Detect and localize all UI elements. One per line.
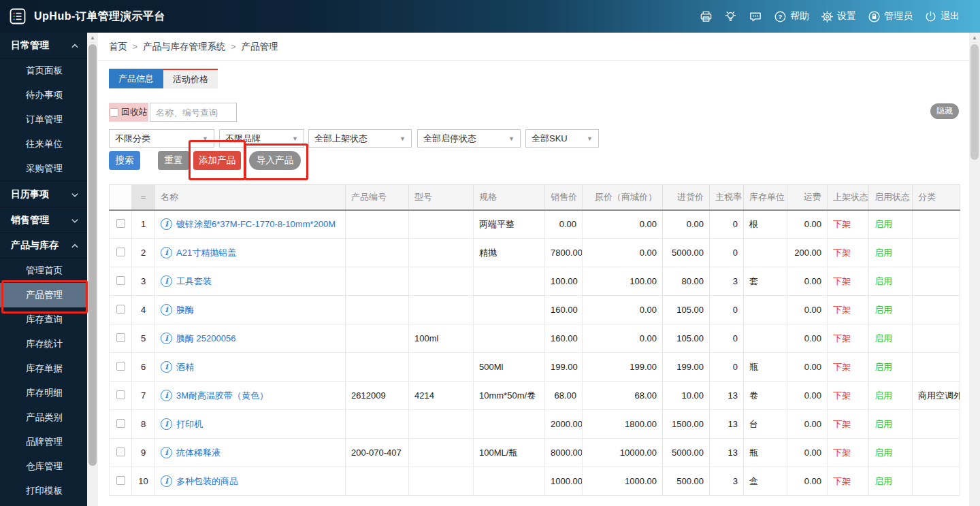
info-icon[interactable]: i (161, 333, 172, 344)
sidebar-scrollbar[interactable]: ▲ (87, 33, 98, 506)
scrollbar-up-arrow-icon[interactable]: ▲ (969, 33, 980, 43)
filter-dropdown-2[interactable]: 全部上架状态▼ (308, 129, 412, 148)
sidebar-item[interactable]: 库存查询 (0, 307, 87, 332)
sidebar-section-header[interactable]: 日历事项 (0, 181, 87, 207)
topbar-action-gear[interactable]: 设置 (821, 10, 856, 23)
product-name-link[interactable]: 工具套装 (176, 275, 212, 288)
sidebar-section-header[interactable]: 产品与库存 (0, 233, 87, 258)
sidebar-item[interactable]: 库存明细 (0, 381, 87, 405)
sidebar-item[interactable]: 采购管理 (0, 156, 87, 181)
row-checkbox[interactable] (116, 248, 125, 256)
filter-dropdown-0[interactable]: 不限分类▼ (109, 129, 214, 148)
hide-button[interactable]: 隐藏 (930, 103, 959, 119)
info-icon[interactable]: i (161, 390, 172, 401)
info-icon[interactable]: i (161, 275, 172, 287)
sidebar-item-active[interactable]: 产品管理 (0, 283, 87, 307)
sidebar-section-header[interactable]: 销售管理 (0, 207, 87, 233)
recycle-bin-filter[interactable]: 回收站 (109, 103, 148, 122)
main-scrollbar-thumb[interactable] (970, 44, 979, 160)
sidebar-item[interactable]: 产品类别 (0, 405, 87, 430)
column-header-code: 产品编号 (346, 185, 409, 210)
cell-num: 7 (132, 382, 155, 410)
sidebar-item[interactable]: 仓库管理 (0, 454, 87, 479)
sidebar-item[interactable]: 库存单据 (0, 356, 87, 381)
sidebar-item[interactable]: 品牌管理 (0, 430, 87, 454)
row-checkbox[interactable] (116, 305, 125, 314)
sidebar-section-header[interactable]: 日常管理 (0, 33, 87, 58)
reset-button[interactable]: 重置 (158, 151, 189, 170)
column-header-sale: 销售价 (545, 185, 583, 210)
cell-unit: 盒 (744, 467, 787, 496)
product-name-link[interactable]: A21寸精抛铝盖 (176, 247, 236, 259)
breadcrumb-link[interactable]: 产品与库存管理系统 (143, 41, 226, 52)
info-icon[interactable]: i (161, 447, 172, 458)
row-checkbox[interactable] (116, 333, 125, 342)
product-name-link[interactable]: 多种包装的商品 (176, 475, 238, 488)
sidebar-scrollbar-thumb[interactable] (88, 44, 97, 466)
product-name-link[interactable]: 抗体稀释液 (176, 447, 220, 459)
filter-dropdown-3[interactable]: 全部启停状态▼ (417, 129, 521, 148)
cell-sale: 160.00 (545, 324, 583, 353)
column-header-orig: 原价（商城价） (583, 185, 663, 210)
product-name-link[interactable]: 胰酶 (176, 304, 194, 316)
sidebar-item[interactable]: 待办事项 (0, 83, 87, 107)
cell-purchase: 1500.00 (663, 410, 710, 439)
cell-code (346, 296, 409, 324)
info-icon[interactable]: i (161, 475, 172, 487)
table-row: 3i工具套装100.00100.0080.003套0.00下架启用 (110, 267, 960, 296)
filter-dropdown-4[interactable]: 全部SKU▼ (525, 129, 599, 148)
add-product-button[interactable]: 添加产品 (193, 151, 241, 170)
cell-category (913, 324, 960, 353)
info-icon[interactable]: i (161, 218, 172, 230)
topbar-action-printer[interactable] (700, 10, 713, 23)
product-name-link[interactable]: 镀锌涂塑6*37M-FC-1770-8-10mm*200M (176, 218, 336, 231)
row-checkbox[interactable] (116, 219, 125, 228)
cell-freight: 0.00 (787, 324, 828, 353)
cell-enable: 启用 (869, 324, 913, 353)
topbar-action-help[interactable]: ?帮助 (774, 10, 809, 23)
topbar-action-bulb[interactable] (724, 10, 737, 23)
sidebar-item[interactable]: 打印模板 (0, 479, 87, 503)
search-input[interactable] (150, 103, 237, 122)
chevron-up-icon (71, 240, 79, 251)
product-name-link[interactable]: 3M耐高温胶带（黄色） (176, 390, 268, 402)
sidebar-item[interactable]: 订单管理 (0, 107, 87, 132)
cell-freight: 0.00 (787, 267, 828, 296)
topbar-action-chat[interactable] (749, 10, 762, 23)
product-name-link[interactable]: 打印机 (176, 418, 203, 431)
row-checkbox[interactable] (116, 476, 125, 485)
product-name-link[interactable]: 胰酶 25200056 (176, 333, 235, 345)
tab-inactive[interactable]: 活动价格 (163, 69, 218, 88)
search-button[interactable]: 搜索 (109, 151, 140, 170)
row-checkbox[interactable] (116, 419, 125, 428)
row-checkbox[interactable] (116, 362, 125, 371)
scrollbar-up-arrow-icon[interactable]: ▲ (87, 33, 98, 43)
info-icon[interactable]: i (161, 361, 172, 373)
top-header-bar: UpHub-订单管理演示平台 ?帮助设置管理员退出 (0, 0, 980, 33)
product-name-cell: i胰酶 25200056 (161, 333, 340, 345)
cell-orig: 0.00 (583, 324, 663, 353)
sidebar-item[interactable]: 库存统计 (0, 332, 87, 356)
cell-name: i工具套装 (155, 267, 346, 296)
filter-dropdown-1[interactable]: 不限品牌▼ (219, 129, 304, 148)
tab-active[interactable]: 产品信息 (109, 69, 163, 88)
import-product-button[interactable]: 导入产品 (249, 151, 301, 170)
info-icon[interactable]: i (161, 418, 172, 430)
cell-enable: 启用 (869, 353, 913, 382)
topbar-action-admin[interactable]: 管理员 (868, 10, 913, 23)
sidebar-item[interactable]: 往来单位 (0, 132, 87, 156)
product-name-link[interactable]: 酒精 (176, 361, 194, 373)
info-icon[interactable]: i (161, 247, 172, 258)
row-checkbox[interactable] (116, 276, 125, 285)
sidebar-item[interactable]: 管理首页 (0, 258, 87, 283)
sidebar-item[interactable]: 首页面板 (0, 58, 87, 83)
info-icon[interactable]: i (161, 304, 172, 316)
row-checkbox[interactable] (116, 390, 125, 399)
row-checkbox[interactable] (116, 448, 125, 456)
recycle-bin-checkbox[interactable] (110, 108, 118, 117)
main-scrollbar[interactable]: ▲ (969, 33, 980, 506)
breadcrumb-link[interactable]: 首页 (109, 41, 127, 52)
cell-tax: 3 (710, 267, 744, 296)
cell-purchase: 5000.00 (663, 439, 710, 467)
topbar-action-power[interactable]: 退出 (924, 10, 960, 23)
